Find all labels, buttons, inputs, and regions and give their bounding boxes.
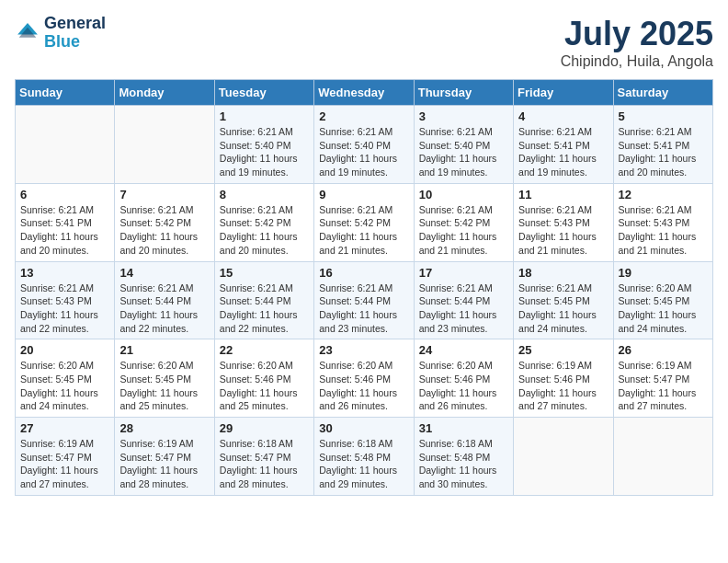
calendar-cell — [613, 418, 712, 496]
calendar-week-row: 27Sunrise: 6:19 AM Sunset: 5:47 PM Dayli… — [16, 418, 713, 496]
day-number: 15 — [220, 266, 309, 280]
column-header-monday: Monday — [115, 80, 214, 106]
calendar-cell — [115, 106, 214, 184]
calendar-cell: 17Sunrise: 6:21 AM Sunset: 5:44 PM Dayli… — [414, 261, 513, 339]
day-number: 3 — [419, 109, 508, 123]
day-number: 18 — [518, 266, 608, 280]
day-info: Sunrise: 6:21 AM Sunset: 5:43 PM Dayligh… — [518, 203, 608, 258]
calendar-cell: 1Sunrise: 6:21 AM Sunset: 5:40 PM Daylig… — [214, 106, 313, 184]
day-info: Sunrise: 6:21 AM Sunset: 5:40 PM Dayligh… — [319, 125, 408, 179]
day-info: Sunrise: 6:21 AM Sunset: 5:41 PM Dayligh… — [20, 203, 109, 258]
day-info: Sunrise: 6:21 AM Sunset: 5:43 PM Dayligh… — [20, 282, 109, 336]
calendar-cell: 9Sunrise: 6:21 AM Sunset: 5:42 PM Daylig… — [314, 183, 414, 261]
calendar-cell: 8Sunrise: 6:21 AM Sunset: 5:42 PM Daylig… — [214, 183, 313, 261]
calendar-week-row: 13Sunrise: 6:21 AM Sunset: 5:43 PM Dayli… — [16, 261, 713, 339]
day-number: 16 — [319, 266, 408, 280]
day-number: 7 — [119, 188, 209, 201]
column-header-friday: Friday — [514, 80, 613, 106]
logo: General Blue — [15, 15, 106, 52]
day-info: Sunrise: 6:20 AM Sunset: 5:46 PM Dayligh… — [220, 359, 309, 413]
day-info: Sunrise: 6:21 AM Sunset: 5:42 PM Dayligh… — [319, 203, 408, 258]
day-info: Sunrise: 6:19 AM Sunset: 5:47 PM Dayligh… — [119, 437, 209, 491]
day-info: Sunrise: 6:21 AM Sunset: 5:40 PM Dayligh… — [419, 125, 508, 179]
column-header-tuesday: Tuesday — [214, 80, 313, 106]
day-number: 31 — [419, 421, 508, 435]
day-info: Sunrise: 6:19 AM Sunset: 5:46 PM Dayligh… — [518, 359, 608, 413]
logo-line1: General — [44, 15, 106, 33]
day-number: 28 — [119, 421, 209, 435]
calendar-cell: 13Sunrise: 6:21 AM Sunset: 5:43 PM Dayli… — [16, 261, 115, 339]
calendar-cell: 25Sunrise: 6:19 AM Sunset: 5:46 PM Dayli… — [514, 339, 613, 418]
day-info: Sunrise: 6:19 AM Sunset: 5:47 PM Dayligh… — [619, 359, 708, 413]
calendar-cell: 21Sunrise: 6:20 AM Sunset: 5:45 PM Dayli… — [115, 339, 214, 418]
calendar-cell — [16, 106, 115, 184]
day-number: 4 — [518, 109, 608, 123]
calendar-cell: 16Sunrise: 6:21 AM Sunset: 5:44 PM Dayli… — [314, 261, 414, 339]
day-number: 23 — [319, 343, 408, 357]
day-number: 26 — [619, 343, 708, 357]
calendar-week-row: 20Sunrise: 6:20 AM Sunset: 5:45 PM Dayli… — [16, 339, 713, 418]
calendar-table: SundayMondayTuesdayWednesdayThursdayFrid… — [15, 79, 713, 496]
calendar-cell: 2Sunrise: 6:21 AM Sunset: 5:40 PM Daylig… — [314, 106, 414, 184]
calendar-cell: 15Sunrise: 6:21 AM Sunset: 5:44 PM Dayli… — [214, 261, 313, 339]
day-number: 19 — [619, 266, 708, 280]
calendar-cell: 3Sunrise: 6:21 AM Sunset: 5:40 PM Daylig… — [414, 106, 513, 184]
day-number: 14 — [119, 266, 209, 280]
calendar-cell: 6Sunrise: 6:21 AM Sunset: 5:41 PM Daylig… — [16, 183, 115, 261]
calendar-cell: 27Sunrise: 6:19 AM Sunset: 5:47 PM Dayli… — [16, 418, 115, 496]
calendar-week-row: 6Sunrise: 6:21 AM Sunset: 5:41 PM Daylig… — [16, 183, 713, 261]
day-info: Sunrise: 6:21 AM Sunset: 5:42 PM Dayligh… — [119, 203, 209, 258]
day-number: 21 — [119, 343, 209, 357]
calendar-cell: 30Sunrise: 6:18 AM Sunset: 5:48 PM Dayli… — [314, 418, 414, 496]
calendar-cell: 18Sunrise: 6:21 AM Sunset: 5:45 PM Dayli… — [514, 261, 613, 339]
logo-icon — [15, 20, 40, 46]
day-info: Sunrise: 6:21 AM Sunset: 5:45 PM Dayligh… — [518, 282, 608, 336]
day-number: 29 — [220, 421, 309, 435]
day-number: 8 — [220, 188, 309, 201]
calendar-cell: 20Sunrise: 6:20 AM Sunset: 5:45 PM Dayli… — [16, 339, 115, 418]
day-info: Sunrise: 6:21 AM Sunset: 5:42 PM Dayligh… — [419, 203, 508, 258]
day-number: 2 — [319, 109, 408, 123]
column-header-saturday: Saturday — [613, 80, 712, 106]
calendar-cell: 14Sunrise: 6:21 AM Sunset: 5:44 PM Dayli… — [115, 261, 214, 339]
location-title: Chipindo, Huila, Angola — [561, 53, 713, 70]
day-info: Sunrise: 6:19 AM Sunset: 5:47 PM Dayligh… — [20, 437, 109, 491]
calendar-cell: 31Sunrise: 6:18 AM Sunset: 5:48 PM Dayli… — [414, 418, 513, 496]
day-number: 13 — [20, 266, 109, 280]
calendar-cell: 26Sunrise: 6:19 AM Sunset: 5:47 PM Dayli… — [613, 339, 712, 418]
calendar-cell: 12Sunrise: 6:21 AM Sunset: 5:43 PM Dayli… — [613, 183, 712, 261]
day-number: 10 — [419, 188, 508, 201]
column-header-thursday: Thursday — [414, 80, 513, 106]
day-number: 5 — [619, 109, 708, 123]
day-number: 12 — [619, 188, 708, 201]
day-number: 22 — [220, 343, 309, 357]
day-info: Sunrise: 6:20 AM Sunset: 5:46 PM Dayligh… — [419, 359, 508, 413]
calendar-cell: 10Sunrise: 6:21 AM Sunset: 5:42 PM Dayli… — [414, 183, 513, 261]
day-info: Sunrise: 6:20 AM Sunset: 5:45 PM Dayligh… — [619, 282, 708, 336]
calendar-cell: 23Sunrise: 6:20 AM Sunset: 5:46 PM Dayli… — [314, 339, 414, 418]
day-info: Sunrise: 6:21 AM Sunset: 5:44 PM Dayligh… — [220, 282, 309, 336]
calendar-week-row: 1Sunrise: 6:21 AM Sunset: 5:40 PM Daylig… — [16, 106, 713, 184]
day-number: 24 — [419, 343, 508, 357]
title-block: July 2025 Chipindo, Huila, Angola — [561, 15, 713, 70]
day-info: Sunrise: 6:21 AM Sunset: 5:41 PM Dayligh… — [518, 125, 608, 179]
day-number: 25 — [518, 343, 608, 357]
month-title: July 2025 — [561, 15, 713, 53]
day-info: Sunrise: 6:18 AM Sunset: 5:48 PM Dayligh… — [419, 437, 508, 491]
day-info: Sunrise: 6:21 AM Sunset: 5:43 PM Dayligh… — [619, 203, 708, 258]
day-number: 11 — [518, 188, 608, 201]
day-info: Sunrise: 6:21 AM Sunset: 5:44 PM Dayligh… — [419, 282, 508, 336]
day-info: Sunrise: 6:18 AM Sunset: 5:48 PM Dayligh… — [319, 437, 408, 491]
calendar-cell: 29Sunrise: 6:18 AM Sunset: 5:47 PM Dayli… — [214, 418, 313, 496]
day-number: 1 — [220, 109, 309, 123]
day-number: 20 — [20, 343, 109, 357]
day-info: Sunrise: 6:21 AM Sunset: 5:42 PM Dayligh… — [220, 203, 309, 258]
calendar-cell: 28Sunrise: 6:19 AM Sunset: 5:47 PM Dayli… — [115, 418, 214, 496]
day-info: Sunrise: 6:21 AM Sunset: 5:44 PM Dayligh… — [319, 282, 408, 336]
calendar-cell: 24Sunrise: 6:20 AM Sunset: 5:46 PM Dayli… — [414, 339, 513, 418]
day-info: Sunrise: 6:21 AM Sunset: 5:44 PM Dayligh… — [119, 282, 209, 336]
calendar-cell: 7Sunrise: 6:21 AM Sunset: 5:42 PM Daylig… — [115, 183, 214, 261]
day-info: Sunrise: 6:21 AM Sunset: 5:40 PM Dayligh… — [220, 125, 309, 179]
calendar-cell: 22Sunrise: 6:20 AM Sunset: 5:46 PM Dayli… — [214, 339, 313, 418]
column-header-wednesday: Wednesday — [314, 80, 414, 106]
